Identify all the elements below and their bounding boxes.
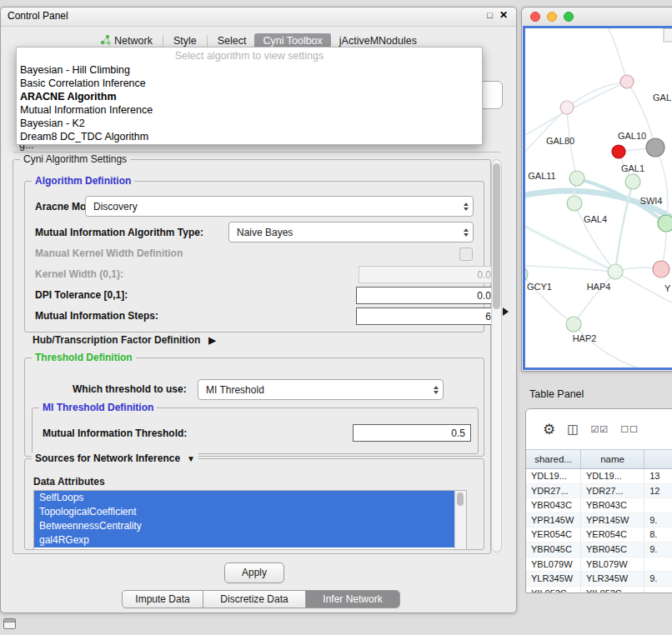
network-edge[interactable] — [574, 272, 615, 324]
data-attribute-item[interactable]: BetweennessCentrality — [34, 519, 455, 533]
table-cell[interactable]: YIL052C — [526, 587, 581, 593]
table-cell[interactable]: YLR345W — [526, 572, 581, 586]
tab-discretize-data[interactable]: Discretize Data — [203, 591, 305, 608]
table-cell[interactable]: YDL19... — [526, 469, 581, 483]
network-canvas[interactable]: GALGAL80GAL10GAL11GAL1SWI4GAL4GCY1HAP4YH… — [525, 28, 672, 370]
mi-threshold-field[interactable]: 0.5 — [353, 424, 471, 442]
algorithm-option[interactable]: Mutual Information Inference — [17, 103, 482, 117]
settings-scrollbar[interactable] — [491, 159, 502, 552]
column-header-name[interactable]: name — [581, 450, 644, 468]
algorithm-option[interactable]: ARACNE Algorithm — [17, 90, 482, 103]
table-cell[interactable]: 13 — [644, 469, 672, 483]
table-cell[interactable]: 9. — [644, 542, 672, 557]
control-panel-titlebar[interactable]: Control Panel □ ✕ — [1, 8, 516, 27]
collapse-arrow-icon[interactable]: ▼ — [187, 452, 195, 465]
network-node[interactable] — [566, 317, 581, 332]
network-node[interactable] — [608, 264, 623, 279]
network-node[interactable] — [653, 261, 669, 278]
network-edge[interactable] — [525, 227, 615, 272]
table-cell[interactable]: YBR043C — [581, 498, 644, 512]
network-node[interactable] — [560, 101, 574, 114]
table-cell[interactable]: 12 — [644, 484, 672, 498]
hub-definition-section[interactable]: Hub/Transcription Factor Definition ▶ — [33, 334, 216, 346]
select-all-icon[interactable]: ☑☑ — [590, 424, 609, 435]
expand-arrow-icon[interactable]: ▶ — [208, 335, 215, 346]
aracne-mode-combo[interactable]: Discovery — [85, 196, 474, 217]
table-cell[interactable]: YPR145W — [581, 513, 644, 528]
table-cell[interactable]: YBR043C — [526, 498, 581, 512]
table-cell[interactable]: YER054C — [526, 528, 581, 542]
mi-steps-field[interactable]: 6 — [356, 308, 497, 325]
algorithm-option[interactable]: Bayesian - K2 — [17, 117, 482, 130]
mi-algorithm-type-combo[interactable]: Naive Bayes — [228, 222, 474, 242]
attributes-scrollbar[interactable] — [454, 491, 466, 549]
table-cell[interactable]: YBR045C — [581, 542, 644, 557]
table-cell[interactable]: YER054C — [581, 528, 644, 542]
table-cell[interactable]: YDR27... — [581, 484, 644, 498]
table-cell[interactable]: YBL079W — [581, 558, 644, 572]
table-cell[interactable]: 8. — [644, 528, 672, 542]
table-cell[interactable]: YBR045C — [526, 542, 581, 557]
algorithm-option[interactable]: Basic Correlation Inference — [17, 77, 482, 90]
table-cell[interactable]: 9. — [644, 513, 672, 528]
network-node[interactable] — [646, 138, 664, 157]
algorithm-option[interactable]: Bayesian - Hill Climbing — [17, 63, 482, 77]
network-node[interactable] — [658, 215, 672, 232]
table-cell[interactable]: 9. — [644, 572, 672, 586]
table-row[interactable]: YLR345WYLR345W9. — [526, 572, 672, 587]
algorithm-dropdown-placeholder[interactable]: Select algorithm to view settings — [17, 49, 482, 63]
network-edge[interactable] — [609, 28, 627, 82]
table-cell[interactable]: YBL079W — [526, 558, 581, 572]
network-window-titlebar[interactable] — [522, 8, 672, 27]
table-row[interactable]: YBR043CYBR043C — [526, 498, 672, 513]
gear-icon[interactable]: ⚙ — [543, 421, 555, 438]
table-cell[interactable]: YDR27... — [526, 484, 581, 498]
table-cell[interactable] — [644, 587, 672, 593]
table-row[interactable]: YBR045CYBR045C9. — [526, 542, 672, 558]
dpi-tolerance-field[interactable]: 0.0 — [356, 287, 497, 304]
network-node[interactable] — [625, 174, 640, 189]
zoom-traffic-light[interactable] — [564, 12, 574, 22]
data-attribute-item[interactable]: TopologicalCoefficient — [34, 505, 455, 519]
kernel-width-field[interactable]: 0.0 — [359, 266, 497, 283]
data-attribute-item[interactable]: SelfLoops — [34, 491, 455, 505]
column-header-cut[interactable] — [644, 450, 672, 468]
table-row[interactable]: YDR27...YDR27...12 — [526, 484, 672, 499]
select-columns-icon[interactable]: ◫ — [567, 422, 579, 437]
table-row[interactable]: YPR145WYPR145W9. — [526, 513, 672, 528]
network-edge[interactable] — [525, 82, 627, 135]
float-window-icon[interactable]: □ — [487, 10, 493, 20]
collapsed-panel-icon[interactable] — [3, 618, 16, 629]
network-edge[interactable] — [574, 324, 650, 370]
network-node[interactable] — [569, 171, 584, 186]
minimize-traffic-light[interactable] — [547, 12, 557, 22]
sources-group-title-row[interactable]: Sources for Network Inference ▼ — [32, 452, 198, 465]
close-traffic-light[interactable] — [530, 12, 540, 22]
column-header-shared-name[interactable]: shared... — [526, 450, 581, 468]
which-threshold-combo[interactable]: MI Threshold — [198, 379, 444, 400]
table-row[interactable]: YBL079WYBL079W — [526, 558, 672, 572]
tab-infer-network[interactable]: Infer Network — [305, 591, 399, 608]
table-row[interactable]: YER054CYER054C8. — [526, 528, 672, 542]
algorithm-option[interactable]: Dream8 DC_TDC Algorithm — [17, 130, 482, 143]
table-row[interactable]: YDL19...YDL19...13 — [526, 469, 672, 484]
table-cell[interactable]: YDL19... — [581, 469, 644, 483]
network-node[interactable] — [567, 196, 582, 211]
close-window-icon[interactable]: ✕ — [499, 9, 508, 21]
network-node[interactable] — [620, 75, 634, 88]
table-cell[interactable] — [644, 558, 672, 572]
settings-scrollbar-thumb[interactable] — [493, 163, 500, 309]
table-cell[interactable]: YLR345W — [581, 572, 644, 586]
table-cell[interactable]: YPR145W — [526, 513, 581, 528]
table-cell[interactable] — [644, 498, 672, 512]
network-scrollbar-fragment[interactable] — [664, 28, 672, 42]
manual-kernel-width-checkbox[interactable] — [459, 248, 473, 261]
attributes-scrollbar-thumb[interactable] — [457, 492, 464, 506]
network-edge[interactable] — [525, 266, 615, 272]
panel-collapse-arrow[interactable] — [503, 308, 509, 316]
data-attribute-item[interactable]: gal4RGexp — [34, 533, 455, 548]
table-cell[interactable]: YIL052C — [581, 587, 644, 593]
network-node[interactable] — [612, 145, 625, 158]
tab-impute-data[interactable]: Impute Data — [123, 591, 203, 608]
deselect-all-icon[interactable]: ☐☐ — [620, 424, 639, 435]
